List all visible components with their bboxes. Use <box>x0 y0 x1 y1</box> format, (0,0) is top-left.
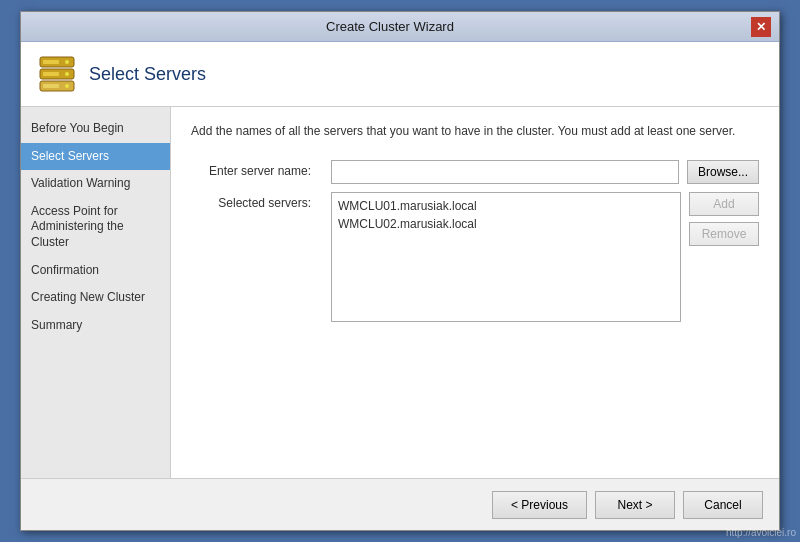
next-button[interactable]: Next > <box>595 491 675 519</box>
sidebar: Before You BeginSelect ServersValidation… <box>21 107 171 478</box>
main-content: Add the names of all the servers that yo… <box>171 107 779 478</box>
form-controls: Browse... WMCLU01.marusiak.localWMCLU02.… <box>331 160 759 322</box>
server-entry: WMCLU02.marusiak.local <box>336 215 676 233</box>
svg-rect-6 <box>43 60 59 64</box>
browse-button[interactable]: Browse... <box>687 160 759 184</box>
close-button[interactable]: ✕ <box>751 17 771 37</box>
selected-servers-box: WMCLU01.marusiak.localWMCLU02.marusiak.l… <box>331 192 681 322</box>
header-section: Select Servers <box>21 42 779 107</box>
svg-rect-7 <box>43 72 59 76</box>
remove-button[interactable]: Remove <box>689 222 759 246</box>
enter-server-label: Enter server name: <box>191 160 311 178</box>
form-labels: Enter server name: Selected servers: <box>191 160 311 322</box>
sidebar-item[interactable]: Summary <box>21 312 170 340</box>
footer: < Previous Next > Cancel <box>21 478 779 530</box>
sidebar-item[interactable]: Validation Warning <box>21 170 170 198</box>
sidebar-item[interactable]: Creating New Cluster <box>21 284 170 312</box>
cluster-icon <box>37 54 77 94</box>
cancel-button[interactable]: Cancel <box>683 491 763 519</box>
server-name-row: Browse... <box>331 160 759 184</box>
window-title: Create Cluster Wizard <box>29 19 751 34</box>
title-bar: Create Cluster Wizard ✕ <box>21 12 779 42</box>
selected-servers-row: WMCLU01.marusiak.localWMCLU02.marusiak.l… <box>331 192 759 322</box>
svg-point-4 <box>65 72 69 76</box>
sidebar-item[interactable]: Select Servers <box>21 143 170 171</box>
add-button[interactable]: Add <box>689 192 759 216</box>
form-area: Enter server name: Selected servers: Bro… <box>191 160 759 322</box>
svg-point-5 <box>65 84 69 88</box>
svg-rect-8 <box>43 84 59 88</box>
svg-point-3 <box>65 60 69 64</box>
server-name-input[interactable] <box>331 160 679 184</box>
sidebar-item[interactable]: Access Point for Administering the Clust… <box>21 198 170 257</box>
selected-servers-label: Selected servers: <box>191 190 311 210</box>
side-buttons: Add Remove <box>689 192 759 246</box>
page-title: Select Servers <box>89 64 206 85</box>
description-text: Add the names of all the servers that yo… <box>191 123 759 140</box>
watermark: http://avoiciei.ro <box>726 527 796 538</box>
sidebar-item[interactable]: Confirmation <box>21 257 170 285</box>
server-entry: WMCLU01.marusiak.local <box>336 197 676 215</box>
previous-button[interactable]: < Previous <box>492 491 587 519</box>
sidebar-item[interactable]: Before You Begin <box>21 115 170 143</box>
content-area: Before You BeginSelect ServersValidation… <box>21 107 779 478</box>
wizard-window: Create Cluster Wizard ✕ Select Servers B… <box>20 11 780 531</box>
